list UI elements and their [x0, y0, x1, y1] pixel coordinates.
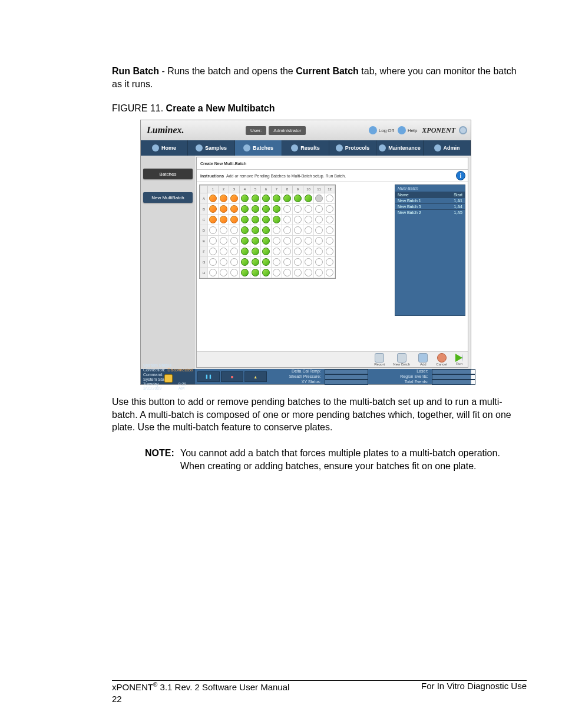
- well-B3[interactable]: [230, 205, 238, 213]
- well-G10[interactable]: [305, 258, 312, 266]
- well-B12[interactable]: [326, 205, 333, 213]
- well-E8[interactable]: [283, 237, 291, 245]
- info-icon[interactable]: i: [456, 171, 465, 180]
- well-G11[interactable]: [315, 258, 323, 266]
- logoff-label[interactable]: Log Off: [379, 128, 394, 133]
- well-E2[interactable]: [220, 237, 227, 245]
- well-D12[interactable]: [326, 226, 333, 234]
- well-C8[interactable]: [283, 216, 291, 223]
- well-D2[interactable]: [220, 226, 227, 234]
- well-H1[interactable]: [209, 269, 217, 276]
- well-H11[interactable]: [315, 269, 323, 276]
- well-C5[interactable]: [252, 216, 259, 223]
- report-button[interactable]: Report: [374, 353, 385, 366]
- well-E6[interactable]: [262, 237, 270, 245]
- well-A10[interactable]: [305, 195, 312, 202]
- well-H2[interactable]: [220, 269, 227, 276]
- well-F10[interactable]: [305, 248, 312, 255]
- well-B4[interactable]: [241, 205, 249, 213]
- well-D4[interactable]: [241, 226, 249, 234]
- well-F3[interactable]: [230, 248, 238, 255]
- multi-batch-row[interactable]: New Batch 11,A1: [395, 197, 465, 203]
- multi-batch-row[interactable]: New Batch 51,A4: [395, 203, 465, 209]
- well-D10[interactable]: [305, 226, 312, 234]
- well-F11[interactable]: [315, 248, 323, 255]
- well-A8[interactable]: [283, 195, 291, 202]
- well-C7[interactable]: [273, 216, 280, 223]
- well-H10[interactable]: [305, 269, 312, 276]
- tab-home[interactable]: Home: [141, 140, 188, 156]
- add-button[interactable]: Add: [418, 353, 428, 366]
- well-H9[interactable]: [294, 269, 302, 276]
- well-F12[interactable]: [326, 248, 333, 255]
- well-G12[interactable]: [326, 258, 333, 266]
- well-G7[interactable]: [273, 258, 280, 266]
- well-F9[interactable]: [294, 248, 302, 255]
- tab-samples[interactable]: Samples: [188, 140, 235, 156]
- well-E9[interactable]: [294, 237, 302, 245]
- well-A6[interactable]: [262, 195, 270, 202]
- logoff-icon[interactable]: [369, 126, 377, 134]
- well-G2[interactable]: [220, 258, 227, 266]
- well-G8[interactable]: [283, 258, 291, 266]
- well-G5[interactable]: [252, 258, 259, 266]
- well-A7[interactable]: [273, 195, 280, 202]
- stop-button[interactable]: ■: [221, 371, 243, 382]
- well-C10[interactable]: [305, 216, 312, 223]
- well-B9[interactable]: [294, 205, 302, 213]
- well-A12[interactable]: [326, 195, 333, 202]
- tab-batches[interactable]: Batches: [235, 140, 282, 156]
- well-B10[interactable]: [305, 205, 312, 213]
- well-A4[interactable]: [241, 195, 249, 202]
- well-E10[interactable]: [305, 237, 312, 245]
- well-H4[interactable]: [241, 269, 249, 276]
- well-H12[interactable]: [326, 269, 333, 276]
- well-B11[interactable]: [315, 205, 323, 213]
- sidebar-batches-button[interactable]: Batches: [143, 169, 193, 179]
- well-C12[interactable]: [326, 216, 333, 223]
- well-H8[interactable]: [283, 269, 291, 276]
- well-F2[interactable]: [220, 248, 227, 255]
- well-F8[interactable]: [283, 248, 291, 255]
- well-E7[interactable]: [273, 237, 280, 245]
- warning-icon[interactable]: [164, 374, 173, 383]
- well-E11[interactable]: [315, 237, 323, 245]
- well-A5[interactable]: [252, 195, 259, 202]
- well-H7[interactable]: [273, 269, 280, 276]
- well-A2[interactable]: [220, 195, 227, 202]
- well-G3[interactable]: [230, 258, 238, 266]
- tab-protocols[interactable]: Protocols: [329, 140, 376, 156]
- well-H6[interactable]: [262, 269, 270, 276]
- well-F4[interactable]: [241, 248, 249, 255]
- well-G9[interactable]: [294, 258, 302, 266]
- well-C1[interactable]: [209, 216, 217, 223]
- well-E5[interactable]: [252, 237, 259, 245]
- well-D1[interactable]: [209, 226, 217, 234]
- well-B1[interactable]: [209, 205, 217, 213]
- run-button[interactable]: Run: [455, 354, 463, 365]
- well-D11[interactable]: [315, 226, 323, 234]
- well-C2[interactable]: [220, 216, 227, 223]
- tab-admin[interactable]: Admin: [424, 140, 471, 156]
- eject-button[interactable]: ▲: [244, 371, 267, 382]
- tab-results[interactable]: Results: [282, 140, 329, 156]
- well-D8[interactable]: [283, 226, 291, 234]
- well-G6[interactable]: [262, 258, 270, 266]
- well-C4[interactable]: [241, 216, 249, 223]
- well-A11[interactable]: [315, 195, 323, 202]
- well-E4[interactable]: [241, 237, 249, 245]
- well-A9[interactable]: [294, 195, 302, 202]
- well-H5[interactable]: [252, 269, 259, 276]
- well-A3[interactable]: [230, 195, 238, 202]
- well-F7[interactable]: [273, 248, 280, 255]
- well-E12[interactable]: [326, 237, 333, 245]
- new-batch-button[interactable]: New Batch: [393, 353, 410, 366]
- cancel-button[interactable]: Cancel: [436, 353, 447, 366]
- well-H3[interactable]: [230, 269, 238, 276]
- well-B7[interactable]: [273, 205, 280, 213]
- well-D3[interactable]: [230, 226, 238, 234]
- well-B8[interactable]: [283, 205, 291, 213]
- well-C11[interactable]: [315, 216, 323, 223]
- well-D6[interactable]: [262, 226, 270, 234]
- well-G4[interactable]: [241, 258, 249, 266]
